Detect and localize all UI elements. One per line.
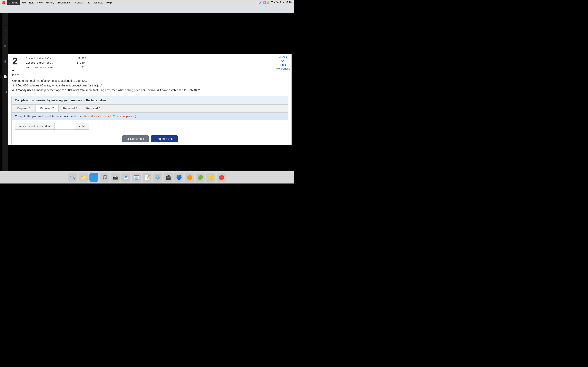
- prev-button-label: Required 1: [130, 137, 144, 141]
- dock-app2[interactable]: 🟠: [185, 173, 194, 182]
- prev-button[interactable]: ◀ Required 1: [122, 135, 149, 142]
- question-instruction-3: 4. If Moody uses a markup percentage of …: [12, 88, 287, 92]
- complete-banner: Complete this question by entering your …: [12, 96, 288, 105]
- person-icon[interactable]: 👤: [4, 60, 7, 63]
- clock: Tue Jul 11 4:37 PM: [271, 1, 292, 4]
- menubar: 🍎 Chrome File Edit View History Bookmark…: [0, 0, 294, 5]
- dock-app4[interactable]: 🟡: [206, 173, 215, 182]
- menubar-profiles[interactable]: Profiles: [72, 0, 84, 5]
- answer-label: Predetermined overhead rate: [15, 123, 55, 129]
- dock-finder[interactable]: 🔍: [68, 173, 77, 182]
- top-black-area: [0, 13, 294, 54]
- tab-required-3[interactable]: Required 3: [59, 105, 82, 112]
- dock-settings[interactable]: ⚙️: [153, 173, 162, 182]
- next-button[interactable]: Required 2 ▶: [151, 135, 178, 142]
- question-instruction-1: Compute the total manufacturing cost ass…: [12, 78, 287, 83]
- tab-required-1[interactable]: Required 1: [12, 105, 35, 112]
- document-icon[interactable]: 📄: [4, 75, 7, 78]
- points-label: points: [12, 73, 19, 76]
- tab-required-2[interactable]: Required 2: [35, 105, 59, 112]
- menubar-bookmarks[interactable]: Bookmarks: [56, 0, 72, 5]
- tab-content-area: Compute the plantwide predetermined over…: [12, 112, 288, 145]
- ebook-button[interactable]: eBook: [277, 55, 290, 58]
- answer-form-row: Predetermined overhead rate per MH: [15, 123, 89, 130]
- dock-photos[interactable]: 📷: [111, 173, 120, 182]
- side-label: gg: [4, 91, 7, 93]
- dock-notes[interactable]: 📝: [143, 173, 151, 182]
- tabs-row: Required 1 Required 2 Required 3 Require…: [12, 105, 288, 112]
- ask-button[interactable]: Ask: [277, 59, 290, 62]
- references-button[interactable]: References: [277, 67, 290, 70]
- system-icons: ⌨️ 🔊 📶 🔋: [255, 1, 269, 4]
- compute-instruction: Compute the plantwide predetermined over…: [12, 113, 288, 120]
- prev-arrow-icon: ◀: [127, 137, 129, 141]
- dock-files[interactable]: 📁: [79, 173, 88, 182]
- instruction-text: Compute the plantwide predetermined over…: [15, 115, 83, 118]
- tab-required-4[interactable]: Required 4: [82, 105, 105, 112]
- menubar-file[interactable]: File: [20, 0, 27, 5]
- question-data-table: Direct materials $ 320 Direct labor cost…: [26, 56, 86, 70]
- points-value: 7: [12, 70, 19, 73]
- next-button-label: Required 2: [156, 137, 170, 141]
- menubar-history[interactable]: History: [44, 0, 56, 5]
- layers-icon[interactable]: ≡: [4, 68, 6, 71]
- data-row-2: Machine-hours used 31: [26, 65, 86, 70]
- menubar-edit[interactable]: Edit: [27, 0, 35, 5]
- question-header: 2 Direct materials $ 320 Direct labor co…: [8, 54, 275, 70]
- data-row-1: Direct labor cost $ 250: [26, 61, 86, 65]
- menubar-chrome[interactable]: Chrome: [7, 0, 20, 5]
- next-arrow-icon: ▶: [171, 137, 173, 141]
- points-section: 7 points: [8, 70, 275, 78]
- dock-app3[interactable]: 🟢: [196, 173, 205, 182]
- hint-text: (Round your answer to 2 decimal places.): [83, 115, 136, 118]
- nav-back-icon[interactable]: ←: [4, 37, 7, 40]
- left-sidebar: ✕ ← ⊞ 👤 ≡ 📄 gg: [2, 13, 8, 171]
- main-content-panel: eBook Ask Print References 2 Direct mate…: [8, 54, 292, 145]
- print-button[interactable]: Print: [277, 63, 290, 66]
- dock-app5[interactable]: 🔴: [217, 173, 226, 182]
- data-row-0: Direct materials $ 320: [26, 56, 86, 61]
- menubar-right: ⌨️ 🔊 📶 🔋 Tue Jul 11 4:37 PM: [255, 1, 292, 4]
- dock: 🔍 📁 🌐 🎵 📷 📧 🗓️ 📝 ⚙️ 🎬 🔵 🟠 🟢 🟡 🔴: [0, 171, 294, 184]
- question-body: Compute the total manufacturing cost ass…: [8, 78, 292, 94]
- bottom-black-area: [0, 143, 294, 171]
- answer-input-cell[interactable]: [55, 123, 75, 129]
- grid-icon[interactable]: ⊞: [4, 44, 7, 48]
- dock-itunes[interactable]: 🎬: [164, 173, 173, 182]
- dock-mail[interactable]: 📧: [121, 173, 130, 182]
- menubar-view[interactable]: View: [35, 0, 44, 5]
- question-instruction-2: 3. If Job 400 includes 60 units, what is…: [12, 83, 287, 88]
- menubar-window[interactable]: Window: [92, 0, 104, 5]
- tabs-container: Complete this question by entering your …: [11, 96, 288, 145]
- answer-unit: per MH: [75, 123, 89, 129]
- dock-music[interactable]: 🎵: [100, 173, 109, 182]
- tools-panel: eBook Ask Print References: [277, 55, 290, 70]
- browser-toolbar: [0, 5, 294, 13]
- dock-calendar[interactable]: 🗓️: [132, 173, 141, 182]
- dock-app1[interactable]: 🔵: [174, 173, 183, 182]
- overhead-rate-input[interactable]: [55, 123, 75, 129]
- menubar-help[interactable]: Help: [105, 0, 113, 5]
- apple-menu[interactable]: 🍎: [2, 1, 6, 4]
- question-number: 2: [12, 56, 22, 66]
- nav-buttons: ◀ Required 1 Required 2 ▶: [12, 133, 288, 145]
- close-icon[interactable]: ✕: [4, 29, 7, 33]
- dock-chrome[interactable]: 🌐: [89, 173, 98, 182]
- menubar-tab[interactable]: Tab: [84, 0, 92, 5]
